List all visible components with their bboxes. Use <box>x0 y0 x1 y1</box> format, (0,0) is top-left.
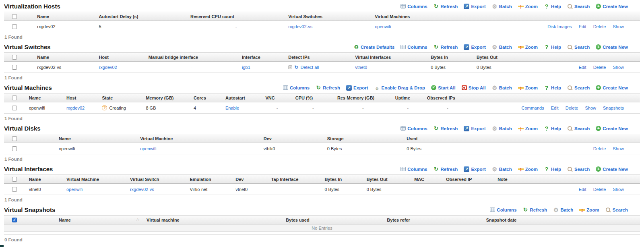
sort-asc-icon[interactable] <box>136 217 139 222</box>
columns-button[interactable]: Columns <box>400 167 427 172</box>
select-all-checkbox[interactable] <box>12 55 17 60</box>
column-header-state: State <box>99 93 142 102</box>
row-checkbox[interactable] <box>12 24 17 29</box>
zoom-button[interactable]: Zoom <box>518 4 538 9</box>
action-edit[interactable]: Edit <box>579 65 586 70</box>
defaults-button[interactable]: Create Defaults <box>353 44 394 50</box>
export-button[interactable]: Export <box>464 126 485 131</box>
batch-button[interactable]: Batch <box>492 85 512 91</box>
batch-button[interactable]: Batch <box>553 207 573 213</box>
action-show[interactable]: Show <box>613 146 624 151</box>
refresh-button[interactable]: Refresh <box>433 126 458 131</box>
link-openwifi[interactable]: openwifi <box>140 146 156 151</box>
search-button[interactable]: Search <box>567 126 590 131</box>
columns-icon <box>283 85 288 90</box>
batch-button[interactable]: Batch <box>492 4 512 9</box>
export-icon <box>464 4 469 9</box>
column-header-name: Name <box>34 12 95 21</box>
link-rxgdev02-vs[interactable]: rxgdev02-vs <box>288 24 312 29</box>
row-checkbox[interactable] <box>12 106 17 110</box>
action-show[interactable]: Show <box>613 65 624 70</box>
link-rxgdev02[interactable]: rxgdev02 <box>66 106 85 110</box>
zoom-button[interactable]: Zoom <box>518 44 538 50</box>
batch-button[interactable]: Batch <box>492 44 512 50</box>
export-button[interactable]: Export <box>464 44 485 50</box>
action-commands[interactable]: Commands <box>521 106 544 110</box>
help-button[interactable]: Help <box>544 44 561 50</box>
search-button[interactable]: Search <box>567 166 590 172</box>
search-button[interactable]: Search <box>567 44 590 50</box>
action-delete[interactable]: Delete <box>566 106 578 110</box>
drag-button[interactable]: Enable Drag & Drop <box>374 85 425 91</box>
zoom-button[interactable]: Zoom <box>579 207 599 213</box>
action-delete[interactable]: Delete <box>593 24 606 29</box>
cell-bytes-in: 0 Bytes <box>321 184 363 195</box>
link-vtnet0[interactable]: vtnet0 <box>355 65 367 70</box>
create-button[interactable]: Create New <box>596 166 628 172</box>
select-all-checkbox[interactable] <box>12 95 17 100</box>
refresh-button[interactable]: Refresh <box>433 44 458 50</box>
batch-button[interactable]: Batch <box>492 126 512 131</box>
action-snapshots[interactable]: Snapshots <box>603 106 624 110</box>
select-all-checkbox[interactable] <box>12 14 17 19</box>
column-header-bytes-refer: Bytes refer <box>384 216 483 224</box>
search-button[interactable]: Search <box>605 207 628 213</box>
columns-button[interactable]: Columns <box>490 208 516 212</box>
search-button[interactable]: Search <box>567 4 590 9</box>
create-button[interactable]: Create New <box>596 44 628 50</box>
help-button[interactable]: Help <box>544 85 561 91</box>
link-openwifi[interactable]: openwifi <box>375 24 391 29</box>
link-rxgdev02[interactable]: rxgdev02 <box>99 65 117 70</box>
help-button[interactable]: Help <box>544 126 561 131</box>
link-igb1[interactable]: igb1 <box>242 65 250 70</box>
export-button[interactable]: Export <box>464 4 485 9</box>
startall-button[interactable]: Start All <box>431 85 456 90</box>
refresh-button[interactable]: Refresh <box>523 207 547 213</box>
select-all-checkbox[interactable] <box>12 136 17 141</box>
zoom-button[interactable]: Zoom <box>518 85 538 91</box>
column-header-dev: Dev <box>232 175 268 184</box>
column-header-dev: Dev <box>260 134 324 143</box>
select-all-checkbox[interactable] <box>12 218 17 222</box>
action-edit[interactable]: Edit <box>551 106 559 110</box>
zoom-button[interactable]: Zoom <box>518 166 538 172</box>
help-button[interactable]: Help <box>544 166 561 172</box>
export-button[interactable]: Export <box>346 85 368 91</box>
help-button[interactable]: Help <box>544 4 561 9</box>
columns-button[interactable]: Columns <box>400 4 427 9</box>
zoom-button[interactable]: Zoom <box>518 126 538 131</box>
create-button[interactable]: Create New <box>596 4 628 9</box>
detect-refresh-icon: ↻ <box>294 64 298 70</box>
action-disk-images[interactable]: Disk Images <box>547 24 572 29</box>
toolbar: ColumnsRefreshExportBatchZoomHelpSearchC… <box>400 126 628 131</box>
action-edit[interactable]: Edit <box>579 24 586 29</box>
action-delete[interactable]: Delete <box>593 65 606 70</box>
virtual-disks-table: NameVirtual MachineDevStorageUsedopenwif… <box>4 134 640 154</box>
action-delete[interactable]: Delete <box>593 187 606 192</box>
columns-button[interactable]: Columns <box>283 85 310 90</box>
row-checkbox[interactable] <box>12 187 17 192</box>
action-show[interactable]: Show <box>613 24 624 29</box>
row-checkbox[interactable] <box>12 65 17 70</box>
link-enable[interactable]: Enable <box>225 106 239 110</box>
link-openwifi[interactable]: openwifi <box>66 187 83 192</box>
refresh-button[interactable]: Refresh <box>433 166 458 172</box>
search-button[interactable]: Search <box>567 85 590 91</box>
stopall-button[interactable]: Stop All <box>462 85 486 90</box>
row-checkbox[interactable] <box>12 146 17 151</box>
refresh-button[interactable]: Refresh <box>316 85 340 91</box>
action-edit[interactable]: Edit <box>579 187 586 192</box>
link-rxgdev02-vs[interactable]: rxgdev02-vs <box>130 187 154 192</box>
batch-button[interactable]: Batch <box>492 166 512 172</box>
refresh-button[interactable]: Refresh <box>433 4 458 9</box>
action-delete[interactable]: Delete <box>593 146 606 151</box>
action-show[interactable]: Show <box>613 187 624 192</box>
create-button[interactable]: Create New <box>596 126 628 131</box>
create-button[interactable]: Create New <box>596 85 628 90</box>
columns-button[interactable]: Columns <box>400 45 427 50</box>
select-all-checkbox[interactable] <box>12 177 17 182</box>
columns-button[interactable]: Columns <box>400 126 427 131</box>
export-button[interactable]: Export <box>464 166 485 172</box>
action-show[interactable]: Show <box>585 106 596 110</box>
detect-all-link[interactable]: Detect all <box>300 65 319 70</box>
